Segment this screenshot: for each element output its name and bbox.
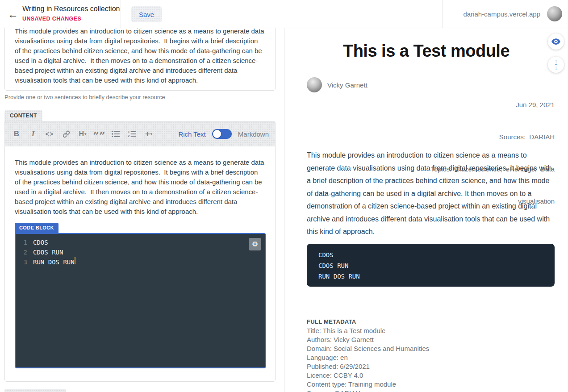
mode-toggle[interactable] <box>212 129 232 139</box>
app-window: ← Writing in Resources collection UNSAVE… <box>0 0 568 392</box>
preview-title: This is a Test module <box>298 42 555 61</box>
preview-code-block: CDOS CDOS RUN RUN DOS RUN <box>307 244 555 287</box>
mode-toggle-group: Rich Text Markdown <box>178 129 269 139</box>
insert-block-icon[interactable]: +▾ <box>143 128 154 140</box>
back-button[interactable]: ← <box>6 8 20 21</box>
full-metadata-list: Title: This is a Test module Authors: Vi… <box>307 326 429 392</box>
top-bar: ← Writing in Resources collection UNSAVE… <box>0 0 568 28</box>
next-field-label-partial <box>4 389 66 392</box>
markdown-label[interactable]: Markdown <box>238 130 269 138</box>
publish-date: Jun 29, 2021 <box>430 100 555 110</box>
user-avatar[interactable] <box>547 6 562 21</box>
entry-title-block: Writing in Resources collection UNSAVED … <box>22 5 120 22</box>
metadata-row: Sources: DARIAH <box>307 389 429 392</box>
editor-pane: This module provides an introduction to … <box>0 28 284 392</box>
site-url-link[interactable]: dariah-campus.vercel.app <box>463 0 540 28</box>
metadata-row: Authors: Vicky Garnett <box>307 335 429 344</box>
metadata-row: Licence: CCBY 4.0 <box>307 371 429 380</box>
metadata-row: Content type: Training module <box>307 380 429 389</box>
numbered-list-icon[interactable]: 1 2 <box>127 128 138 140</box>
collection-breadcrumb: Writing in Resources collection <box>22 5 120 13</box>
code-block-label: CODE BLOCK <box>15 223 58 233</box>
author-avatar <box>307 77 322 92</box>
italic-icon[interactable]: I <box>28 128 38 140</box>
preview-body-text: This module provides an introduction to … <box>307 149 555 238</box>
preview-pane: ↑ • ↓ This is a Test module Vicky Garnet… <box>284 28 568 392</box>
code-icon[interactable]: <> <box>44 128 55 140</box>
header-divider <box>442 0 443 28</box>
richtext-toolbar: B I <> H▾ <box>5 121 275 146</box>
preview-code-line: CDOS <box>318 250 543 260</box>
line-number: 1 <box>16 238 27 247</box>
bulleted-list-icon[interactable] <box>110 128 121 140</box>
rich-text-label[interactable]: Rich Text <box>178 130 205 138</box>
metadata-row: Title: This is a Test module <box>307 326 429 335</box>
metadata-row: Published: 6/29/2021 <box>307 362 429 371</box>
toolbar-icons: B I <> H▾ <box>11 128 160 140</box>
full-metadata-heading: FULL METADATA <box>307 318 356 325</box>
bold-icon[interactable]: B <box>11 128 22 140</box>
richtext-editor: B I <> H▾ <box>4 121 276 382</box>
metadata-row: Language: en <box>307 353 429 362</box>
metadata-row: Domain: Social Sciences and Humanities <box>307 344 429 353</box>
code-line: 3 RUN DOS RUN <box>16 257 265 267</box>
preview-code-line: CDOS RUN <box>318 260 543 271</box>
code-block-editor[interactable]: 1 CDOS 2 CDOS RUN 3 RUN DOS RUN ⚙ <box>15 233 266 368</box>
link-icon[interactable] <box>61 128 71 140</box>
save-button[interactable]: Save <box>131 6 162 22</box>
toggle-knob <box>213 130 221 138</box>
heading-icon[interactable]: H▾ <box>77 128 88 140</box>
line-number: 2 <box>16 247 27 257</box>
code-settings-gear-icon[interactable]: ⚙ <box>249 238 261 250</box>
unsaved-changes-badge: UNSAVED CHANGES <box>22 16 120 22</box>
description-hint: Provide one or two sentences to briefly … <box>4 94 165 100</box>
svg-text:2: 2 <box>128 134 129 138</box>
svg-text:1: 1 <box>128 130 129 134</box>
content-body-text[interactable]: This module provides an introduction to … <box>5 146 275 217</box>
sources-line: Sources: DARIAH <box>430 132 555 142</box>
line-number: 3 <box>16 257 27 267</box>
author-name: Vicky Garnett <box>327 81 368 89</box>
quote-icon[interactable]: ”” <box>94 128 104 140</box>
content-field-label: CONTENT <box>4 110 42 121</box>
code-line: 1 CDOS <box>16 238 265 247</box>
preview-code-line: RUN DOS RUN <box>318 271 543 282</box>
code-line: 2 CDOS RUN <box>16 247 265 257</box>
text-cursor <box>75 257 75 264</box>
header-divider <box>121 0 121 28</box>
